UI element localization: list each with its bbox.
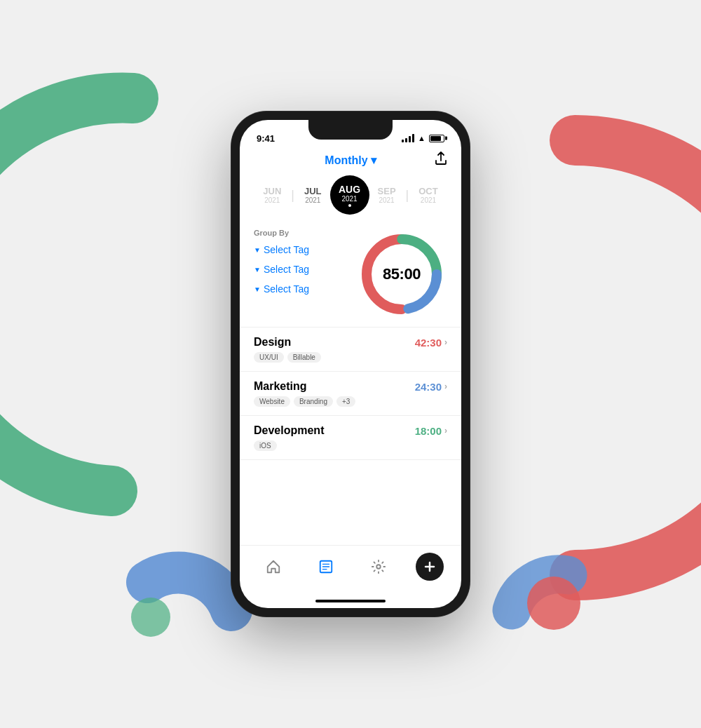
- donut-center: 85:00: [383, 265, 421, 283]
- bottom-nav: [240, 545, 461, 594]
- nav-settings[interactable]: [363, 551, 394, 582]
- month-scroll: JUN 2021 | JUL 2021 AUG 2021 SEP 2021 |: [240, 173, 461, 222]
- month-sep-1: |: [291, 188, 294, 203]
- month-sep[interactable]: SEP 2021: [369, 182, 404, 208]
- dropdown-chevron-icon: ▾: [371, 154, 376, 167]
- select-tag-2[interactable]: ▼ Select Tag: [254, 264, 349, 275]
- group-by-label: Group By: [254, 229, 349, 237]
- share-button[interactable]: [435, 151, 447, 169]
- project-marketing-time: 24:30 ›: [415, 381, 447, 393]
- month-jun[interactable]: JUN 2021: [254, 182, 290, 208]
- group-section: Group By ▼ Select Tag ▼ Select Tag ▼ Sel…: [240, 222, 461, 328]
- status-time: 9:41: [257, 133, 275, 144]
- home-bar: [240, 594, 461, 608]
- battery-icon: [429, 135, 444, 142]
- tag-website: Website: [254, 396, 290, 407]
- month-oct[interactable]: OCT 2021: [410, 182, 446, 208]
- chevron-blue-icon-1: ▼: [254, 246, 261, 254]
- tag-more: +3: [336, 396, 355, 407]
- svg-point-0: [527, 577, 580, 630]
- chevron-blue-icon-2: ▼: [254, 266, 261, 274]
- project-development[interactable]: Development 18:00 › iOS: [240, 416, 461, 460]
- phone-wrapper: 9:41 ▲ Monthly: [231, 112, 470, 616]
- svg-point-10: [376, 565, 381, 569]
- nav-reports[interactable]: [311, 551, 341, 582]
- select-tag-1[interactable]: ▼ Select Tag: [254, 244, 349, 255]
- tag-ios: iOS: [254, 440, 277, 451]
- project-development-time: 18:00 ›: [415, 425, 447, 437]
- project-development-name: Development: [254, 424, 324, 437]
- nav-home[interactable]: [258, 551, 289, 582]
- month-jul[interactable]: JUL 2021: [296, 182, 330, 208]
- project-design-tags: UX/UI Billable: [254, 352, 447, 363]
- month-sep-2: |: [406, 188, 409, 203]
- project-marketing[interactable]: Marketing 24:30 › Website Branding +3: [240, 372, 461, 416]
- project-development-tags: iOS: [254, 440, 447, 451]
- tag-billable: Billable: [287, 352, 321, 363]
- chevron-blue-icon-3: ▼: [254, 285, 261, 293]
- monthly-label: Monthly: [325, 154, 367, 167]
- phone-screen: 9:41 ▲ Monthly: [240, 120, 461, 608]
- month-aug[interactable]: AUG 2021: [330, 175, 369, 215]
- chevron-right-icon-1: ›: [444, 337, 447, 347]
- header-title[interactable]: Monthly ▾: [325, 154, 376, 167]
- main-content: Group By ▼ Select Tag ▼ Select Tag ▼ Sel…: [240, 222, 461, 545]
- signal-icon: [402, 134, 414, 142]
- project-design[interactable]: Design 42:30 › UX/UI Billable: [240, 328, 461, 372]
- project-design-name: Design: [254, 336, 291, 349]
- select-tag-3[interactable]: ▼ Select Tag: [254, 283, 349, 295]
- nav-add-button[interactable]: [416, 553, 444, 581]
- project-design-time: 42:30 ›: [415, 337, 447, 349]
- notch: [308, 120, 393, 140]
- phone-shell: 9:41 ▲ Monthly: [231, 112, 470, 616]
- total-time: 85:00: [383, 265, 421, 283]
- project-marketing-name: Marketing: [254, 380, 307, 393]
- tag-branding: Branding: [294, 396, 333, 407]
- active-month-dot: [348, 204, 351, 207]
- donut-chart: 85:00: [356, 229, 447, 320]
- chevron-right-icon-2: ›: [444, 382, 447, 391]
- svg-point-1: [131, 598, 170, 637]
- header: Monthly ▾: [240, 151, 461, 173]
- project-marketing-tags: Website Branding +3: [254, 396, 447, 407]
- tag-uxui: UX/UI: [254, 352, 284, 363]
- status-icons: ▲: [402, 134, 444, 142]
- chevron-right-icon-3: ›: [444, 426, 447, 436]
- wifi-icon: ▲: [418, 134, 426, 142]
- home-indicator: [315, 600, 386, 602]
- group-controls: Group By ▼ Select Tag ▼ Select Tag ▼ Sel…: [254, 229, 349, 320]
